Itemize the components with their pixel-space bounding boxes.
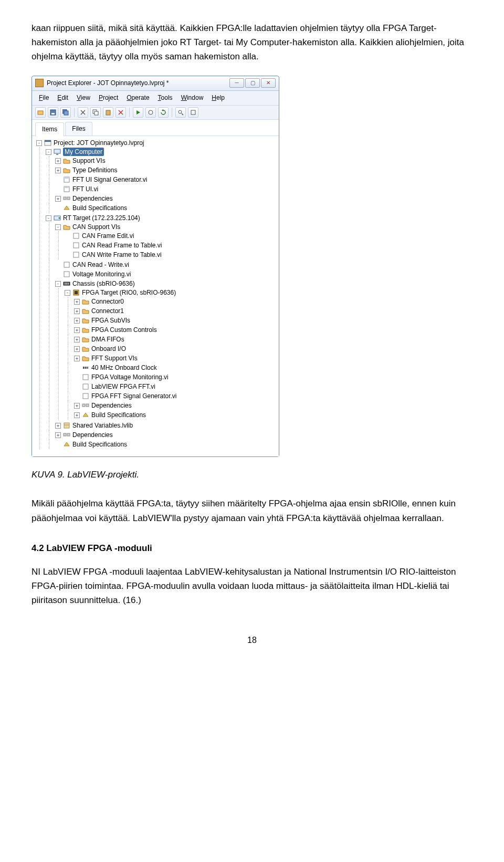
svg-line-12 bbox=[182, 113, 183, 115]
folder-icon bbox=[82, 307, 89, 315]
tree-my-computer[interactable]: My Computer bbox=[63, 148, 104, 156]
tree-item[interactable]: Voltage Monitoring.vi bbox=[72, 270, 131, 278]
tree-item[interactable]: FPGA SubVIs bbox=[91, 316, 130, 325]
folder-icon bbox=[63, 223, 70, 231]
toolbar-separator bbox=[129, 108, 130, 117]
menubar[interactable]: File Edit View Project Operate Tools Win… bbox=[32, 91, 279, 106]
settings-icon[interactable] bbox=[188, 107, 198, 118]
svg-rect-30 bbox=[64, 272, 69, 277]
paragraph-fpga-module: NI LabVIEW FPGA -moduuli laajentaa LabVI… bbox=[32, 565, 472, 608]
tree-fpga-target[interactable]: FPGA Target (RIO0, sbRIO-9636) bbox=[82, 288, 176, 297]
project-icon bbox=[44, 139, 51, 147]
menu-tools[interactable]: Tools bbox=[154, 92, 176, 104]
tree-item[interactable]: DMA FIFOs bbox=[91, 335, 124, 344]
tree-item[interactable]: FFT UI Signal Generator.vi bbox=[72, 175, 148, 184]
tree-item[interactable]: 40 MHz Onboard Clock bbox=[91, 364, 157, 372]
tree-item[interactable]: FPGA Custom Controls bbox=[91, 326, 157, 334]
svg-rect-26 bbox=[74, 233, 79, 238]
tree-item[interactable]: FFT UI.vi bbox=[72, 185, 98, 193]
svg-rect-22 bbox=[64, 197, 66, 200]
vi-icon bbox=[82, 373, 89, 381]
tree-item[interactable]: CAN Read Frame to Table.vi bbox=[82, 241, 162, 250]
tree-item[interactable]: Build Specifications bbox=[72, 204, 127, 212]
tree-chassis[interactable]: Chassis (sbRIO-9636) bbox=[72, 279, 135, 288]
tabs: Items Files bbox=[32, 120, 279, 136]
tree-item[interactable]: FPGA FFT Signal Generator.vi bbox=[91, 392, 177, 400]
folder-icon bbox=[63, 167, 70, 174]
folder-icon bbox=[63, 157, 70, 164]
tree-item[interactable]: CAN Frame Edit.vi bbox=[82, 232, 134, 240]
tree-item[interactable]: Type Definitions bbox=[72, 166, 117, 174]
copy-icon[interactable] bbox=[90, 107, 101, 118]
svg-rect-38 bbox=[85, 367, 87, 369]
library-icon bbox=[63, 422, 70, 429]
svg-rect-37 bbox=[83, 367, 85, 369]
tree-item[interactable]: FFT Support VIs bbox=[91, 354, 138, 362]
close-button[interactable]: ✕ bbox=[261, 78, 276, 88]
tree-item[interactable]: Support VIs bbox=[72, 157, 106, 165]
project-tree[interactable]: -Project: JOT Opinnaytetyo.lvproj -My Co… bbox=[32, 136, 279, 456]
tree-item[interactable]: CAN Read - Write.vi bbox=[72, 261, 129, 269]
refresh-icon[interactable] bbox=[158, 107, 169, 118]
tab-files[interactable]: Files bbox=[65, 122, 92, 136]
menu-edit[interactable]: Edit bbox=[54, 92, 72, 104]
tree-rt-target[interactable]: RT Target (172.23.225.104) bbox=[63, 214, 140, 222]
deps-icon bbox=[63, 431, 70, 439]
svg-rect-44 bbox=[86, 404, 89, 407]
menu-view[interactable]: View bbox=[73, 92, 94, 104]
menu-project[interactable]: Project bbox=[95, 92, 122, 104]
tree-item[interactable]: Connector1 bbox=[91, 307, 124, 315]
svg-rect-7 bbox=[106, 110, 110, 115]
paste-icon[interactable] bbox=[103, 107, 113, 118]
tree-project[interactable]: Project: JOT Opinnaytetyo.lvproj bbox=[54, 139, 144, 147]
svg-rect-15 bbox=[45, 140, 51, 142]
svg-rect-2 bbox=[51, 113, 55, 115]
tree-item[interactable]: Build Specifications bbox=[72, 440, 127, 449]
run-icon[interactable] bbox=[133, 107, 143, 118]
tool-icon[interactable] bbox=[145, 107, 156, 118]
tree-item[interactable]: Dependencies bbox=[72, 431, 113, 439]
menu-window[interactable]: Window bbox=[177, 92, 207, 104]
maximize-button[interactable]: ▢ bbox=[245, 78, 260, 88]
toolbar-separator bbox=[74, 108, 75, 117]
minimize-button[interactable]: ─ bbox=[229, 78, 244, 88]
svg-point-11 bbox=[178, 110, 182, 113]
tree-item[interactable]: Connector0 bbox=[91, 297, 124, 306]
tree-item[interactable]: CAN Support VIs bbox=[72, 223, 120, 231]
tree-item[interactable]: CAN Write Frame to Table.vi bbox=[82, 251, 162, 259]
svg-rect-47 bbox=[64, 433, 66, 436]
svg-rect-42 bbox=[83, 393, 88, 399]
delete-icon[interactable] bbox=[116, 107, 126, 118]
paragraph-intro: kaan riippuen siitä, mikä sitä käyttää. … bbox=[32, 21, 472, 64]
tree-shared-vars[interactable]: Shared Variables.lvlib bbox=[72, 421, 133, 430]
tree-item[interactable]: Onboard I/O bbox=[91, 345, 126, 353]
tree-item[interactable]: Dependencies bbox=[91, 401, 132, 410]
svg-rect-19 bbox=[64, 177, 69, 179]
app-icon bbox=[35, 79, 44, 87]
window-titlebar[interactable]: Project Explorer - JOT Opinnaytetyo.lvpr… bbox=[32, 76, 279, 91]
svg-rect-41 bbox=[83, 384, 88, 389]
tree-item[interactable]: LabVIEW FPGA FFT.vi bbox=[91, 382, 155, 391]
save-icon[interactable] bbox=[48, 107, 58, 118]
svg-rect-21 bbox=[64, 186, 69, 188]
tree-item[interactable]: FPGA Voltage Monitoring.vi bbox=[91, 373, 169, 381]
open-icon[interactable] bbox=[35, 107, 46, 118]
window-title: Project Explorer - JOT Opinnaytetyo.lvpr… bbox=[47, 78, 229, 88]
menu-help[interactable]: Help bbox=[208, 92, 228, 104]
cut-icon[interactable] bbox=[78, 107, 88, 118]
svg-point-9 bbox=[149, 110, 153, 115]
build-icon bbox=[63, 441, 70, 448]
menu-file[interactable]: File bbox=[35, 92, 52, 104]
save-all-icon[interactable] bbox=[60, 107, 71, 118]
tree-item[interactable]: Dependencies bbox=[72, 194, 113, 203]
menu-operate[interactable]: Operate bbox=[123, 92, 153, 104]
svg-rect-40 bbox=[83, 375, 88, 380]
find-icon[interactable] bbox=[175, 107, 186, 118]
vi-icon bbox=[72, 232, 80, 240]
vi-icon bbox=[63, 261, 70, 268]
vi-icon bbox=[63, 271, 70, 278]
tab-items[interactable]: Items bbox=[35, 122, 64, 136]
tree-item[interactable]: Build Specifications bbox=[91, 411, 146, 419]
section-heading: 4.2 LabVIEW FPGA -moduuli bbox=[32, 541, 472, 555]
clock-icon bbox=[82, 364, 89, 371]
